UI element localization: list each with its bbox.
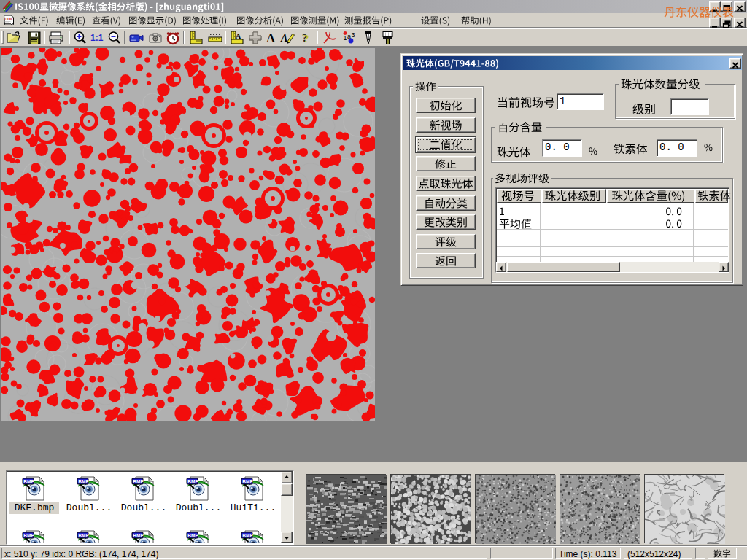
svg-text:1:1: 1:1 (90, 33, 104, 43)
svg-text:A: A (236, 32, 241, 40)
svg-text:BMP: BMP (133, 533, 144, 538)
svg-text:3: 3 (352, 31, 355, 39)
svg-text:BMP: BMP (78, 479, 89, 484)
svg-text:BMP: BMP (187, 479, 198, 484)
svg-text:A: A (266, 31, 276, 45)
svg-text:A: A (280, 33, 287, 44)
svg-text:1: 1 (344, 34, 347, 42)
svg-text:BMP: BMP (242, 533, 253, 538)
svg-text:BMP: BMP (242, 479, 253, 484)
svg-text:BMP: BMP (23, 479, 34, 484)
svg-text:BMP: BMP (187, 533, 198, 538)
svg-text:BMP: BMP (133, 479, 144, 484)
svg-text:BMP: BMP (78, 533, 89, 538)
svg-text:BMP: BMP (23, 533, 34, 538)
svg-text:?: ? (303, 33, 309, 44)
